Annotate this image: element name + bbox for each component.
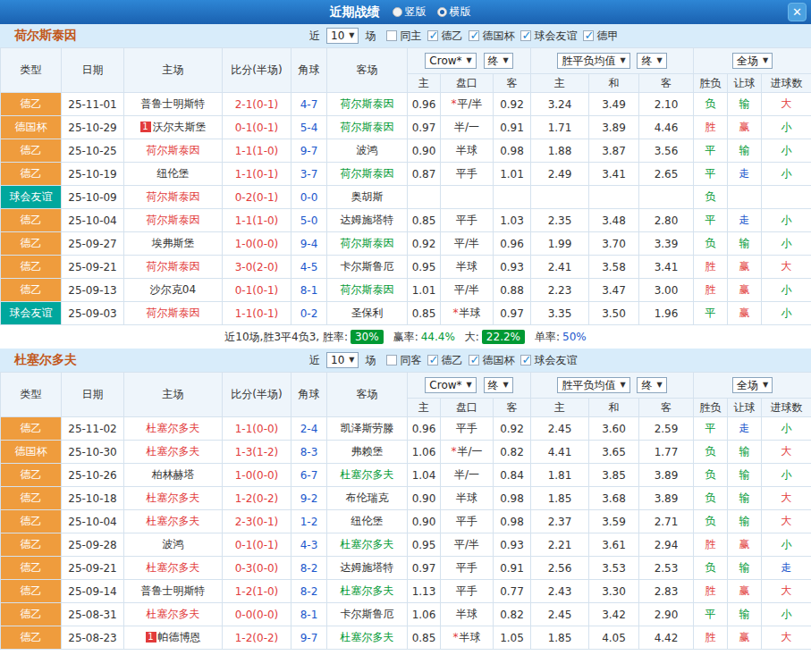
goals-result-cell: 大 bbox=[762, 93, 811, 116]
matches-table: 类型 日期 主场 比分(半场) 角球 客场 Crow*▼ 终▼ 胜平负均值▼ 终… bbox=[0, 372, 811, 650]
avg-odds-select[interactable]: 胜平负均值▼ bbox=[557, 53, 629, 69]
scope-value: 全场 bbox=[737, 379, 758, 391]
recent-count-select[interactable]: 10 ▼ bbox=[326, 28, 359, 44]
layout-radio-vertical[interactable]: 竖版 bbox=[393, 4, 427, 20]
final-handicap-value: 终 bbox=[488, 379, 499, 391]
team-name-text: 沃尔夫斯堡 bbox=[153, 121, 207, 133]
team-name-text: 荷尔斯泰因 bbox=[341, 283, 394, 296]
chevron-down-icon: ▼ bbox=[503, 379, 509, 391]
bookmaker-select[interactable]: Crow*▼ bbox=[425, 53, 476, 69]
lose-odds-cell: 3.41 bbox=[639, 256, 694, 279]
win-odds-cell: 2.49 bbox=[531, 163, 589, 186]
summary-text: 近10场,胜3平4负3, 胜率: bbox=[224, 330, 348, 345]
handicap-text: 平手 bbox=[456, 214, 477, 226]
final-handicap-select[interactable]: 终▼ bbox=[484, 53, 513, 69]
col-odds-home-header: 主 bbox=[408, 74, 441, 93]
filter-checkbox[interactable]: 德国杯 bbox=[469, 353, 514, 368]
chevron-down-icon: ▼ bbox=[620, 55, 625, 67]
handicap-result-cell: 输 bbox=[728, 139, 762, 163]
table-header: 类型 日期 主场 比分(半场) 角球 客场 Crow*▼ 终▼ 胜平负均值▼ 终… bbox=[1, 373, 811, 417]
team-name-text: 沙尔克04 bbox=[150, 283, 196, 296]
scope-select[interactable]: 全场▼ bbox=[732, 377, 773, 393]
handicap-text: 半球 bbox=[456, 144, 477, 156]
team-name-text: 杜塞尔多夫 bbox=[341, 468, 394, 481]
date-cell: 25-10-25 bbox=[62, 139, 124, 163]
col-handicap-header: 盘口 bbox=[441, 74, 494, 93]
win-odds-cell: 3.35 bbox=[531, 302, 589, 325]
corners-cell: 3-7 bbox=[291, 163, 327, 186]
final-handicap-select[interactable]: 终▼ bbox=[484, 377, 513, 393]
draw-odds-cell: 3.47 bbox=[589, 279, 639, 302]
result-cell: 平 bbox=[694, 209, 728, 232]
filter-checkbox[interactable]: 球会友谊 bbox=[520, 353, 577, 368]
handicap-text: 半球 bbox=[456, 491, 477, 504]
handicap-cell: 平手 bbox=[441, 209, 494, 232]
final-avg-value: 终 bbox=[641, 379, 652, 391]
match-row: 德乙25-10-26柏林赫塔1-0(0-0)6-7杜塞尔多夫1.04半/一0.8… bbox=[1, 464, 811, 487]
handicap-result-cell: 输 bbox=[728, 232, 762, 256]
col-goals-header: 进球数 bbox=[762, 74, 811, 93]
final-avg-select[interactable]: 终▼ bbox=[637, 377, 666, 393]
final-avg-select[interactable]: 终▼ bbox=[637, 53, 666, 69]
competition-type-cell: 球会友谊 bbox=[1, 186, 62, 209]
filter-checkbox-group: 同主德乙德国杯球会友谊德甲 bbox=[380, 29, 618, 44]
checkbox-icon bbox=[583, 30, 594, 41]
goals-result-cell: 大 bbox=[762, 510, 811, 533]
team-name-text: 荷尔斯泰因 bbox=[147, 190, 200, 203]
home-team-cell: 杜塞尔多夫 bbox=[124, 441, 223, 464]
filter-checkbox[interactable]: 德乙 bbox=[427, 353, 462, 368]
handicap-away-odds-cell: 0.82 bbox=[494, 603, 531, 626]
competition-type-cell: 德乙 bbox=[1, 232, 62, 256]
score-cell: 1-1(0-1) bbox=[223, 302, 291, 325]
team-name-text: 荷尔斯泰因 bbox=[341, 167, 394, 180]
near-label: 近 bbox=[309, 29, 320, 44]
matches-tbody: 德乙25-11-01普鲁士明斯特2-1(0-1)4-7荷尔斯泰因0.96*平/半… bbox=[1, 93, 811, 325]
star-marker: * bbox=[451, 97, 456, 110]
competition-type-cell: 德乙 bbox=[1, 557, 62, 580]
recent-count-select[interactable]: 10 ▼ bbox=[326, 352, 359, 368]
lose-odds-cell: 4.46 bbox=[639, 116, 694, 139]
col-draw-header: 和 bbox=[589, 399, 639, 417]
filter-checkbox[interactable]: 球会友谊 bbox=[520, 29, 577, 44]
team-name-text: 普鲁士明斯特 bbox=[141, 97, 206, 110]
avg-odds-select[interactable]: 胜平负均值▼ bbox=[557, 377, 629, 393]
handicap-home-odds-cell: 1.13 bbox=[408, 580, 441, 603]
home-team-cell: 荷尔斯泰因 bbox=[124, 186, 223, 209]
handicap-away-odds-cell: 0.77 bbox=[494, 580, 531, 603]
close-button[interactable]: ✕ bbox=[788, 3, 807, 21]
handicap-result-cell: 输 bbox=[728, 510, 762, 533]
filter-checkbox[interactable]: 德乙 bbox=[427, 29, 462, 44]
layout-radio-horizontal[interactable]: 横版 bbox=[437, 4, 471, 20]
handicap-away-odds-cell: 0.97 bbox=[494, 302, 531, 325]
win-odds-cell: 2.41 bbox=[531, 256, 589, 279]
scope-select[interactable]: 全场▼ bbox=[732, 53, 773, 69]
lose-odds-cell: 2.53 bbox=[639, 557, 694, 580]
result-cell: 负 bbox=[694, 510, 728, 533]
final-handicap-value: 终 bbox=[488, 55, 499, 67]
competition-type-cell: 德乙 bbox=[1, 417, 62, 441]
corners-cell: 9-7 bbox=[291, 626, 327, 650]
match-row: 德乙25-11-02杜塞尔多夫1-1(0-0)2-4凯泽斯劳滕0.96平手0.9… bbox=[1, 417, 811, 441]
filter-checkbox[interactable]: 同客 bbox=[386, 353, 421, 368]
team-name-text: 达姆施塔特 bbox=[341, 561, 394, 574]
filter-checkbox[interactable]: 德国杯 bbox=[469, 29, 514, 44]
corners-cell: 8-3 bbox=[291, 441, 327, 464]
result-cell: 负 bbox=[694, 93, 728, 116]
handicap-away-odds-cell: 0.98 bbox=[494, 139, 531, 163]
goals-result-cell: 小 bbox=[762, 139, 811, 163]
goals-result-cell: 大 bbox=[762, 256, 811, 279]
big-rate-badge: 22.2% bbox=[482, 330, 525, 344]
handicap-text: 半球 bbox=[456, 260, 477, 273]
filter-checkbox[interactable]: 德甲 bbox=[583, 29, 618, 44]
scope-group-header: 全场▼ bbox=[694, 48, 811, 74]
handicap-away-odds-cell: 0.84 bbox=[494, 464, 531, 487]
score-cell: 0-1(0-1) bbox=[223, 116, 291, 139]
handicap-result-cell: 输 bbox=[728, 487, 762, 510]
competition-type-cell: 德乙 bbox=[1, 626, 62, 650]
filter-checkbox[interactable]: 同主 bbox=[386, 29, 421, 44]
handicap-text: 平手 bbox=[456, 561, 477, 574]
competition-type-cell: 德乙 bbox=[1, 603, 62, 626]
draw-odds-cell: 3.58 bbox=[589, 256, 639, 279]
bookmaker-select[interactable]: Crow*▼ bbox=[425, 377, 476, 393]
col-odds-away-header: 客 bbox=[494, 74, 531, 93]
